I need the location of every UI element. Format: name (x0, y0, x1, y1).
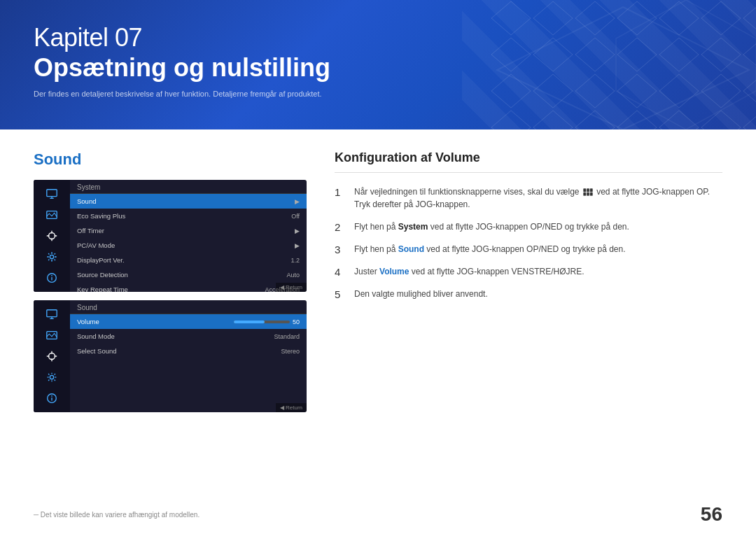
svg-point-21 (49, 353, 55, 360)
step-number-4: 4 (335, 265, 346, 278)
screen-content-1: System Sound ▶ Eco Saving Plus Off Off T… (70, 180, 307, 292)
footer-note: ─ Det viste billede kan variere afhængig… (34, 511, 200, 519)
screen-mockup-1: System Sound ▶ Eco Saving Plus Off Off T… (34, 180, 307, 292)
volume-value: 50 (293, 318, 300, 325)
svg-point-26 (50, 375, 53, 379)
step-number-5: 5 (335, 288, 346, 300)
steps-list: 1 Når vejledningen til funktionsknappern… (335, 185, 722, 300)
step-number-2: 2 (335, 220, 346, 233)
section-title-left: Sound (34, 150, 307, 169)
sidebar-gear-icon-2 (42, 369, 62, 386)
sidebar-info-icon (42, 269, 62, 286)
left-panel: Sound (34, 150, 307, 421)
volume-slider (234, 321, 290, 323)
sidebar-info-icon-2 (42, 390, 62, 407)
svg-rect-33 (583, 192, 586, 196)
step-text-1: Når vejledningen til funktionsknapperne … (354, 185, 722, 211)
diamond-pattern (490, 0, 756, 129)
menu-item-selectsound: Select Sound Stereo (70, 344, 307, 358)
svg-rect-4 (47, 190, 57, 197)
step-item-3: 3 Flyt hen på Sound ved at flytte JOG-kn… (335, 243, 722, 255)
volume-fill (234, 321, 265, 323)
right-panel: Konfiguration af Volume 1 Når vejledning… (335, 150, 722, 421)
screen-content-2: Sound Volume 50 Sound Mode Standard (70, 300, 307, 412)
step-item-5: 5 Den valgte mulighed bliver anvendt. (335, 288, 722, 300)
menu-item-displayport: DisplayPort Ver. 1.2 (70, 253, 307, 267)
page-title: Opsætning og nulstilling (34, 52, 330, 83)
sidebar-monitor-icon-2 (42, 306, 62, 323)
main-content: Sound (0, 129, 756, 435)
sidebar-image-icon (42, 206, 62, 223)
header-text: Kapitel 07 Opsætning og nulstilling Der … (34, 22, 330, 98)
menu-item-keyrepeat: Key Repeat Time Acceleration (70, 282, 307, 292)
sidebar-crosshair-icon-2 (42, 348, 62, 365)
footer: ─ Det viste billede kan variere afhængig… (0, 498, 756, 534)
step-item-4: 4 Juster Volume ved at flytte JOG-knappe… (335, 265, 722, 278)
step-3-blue-bold: Sound (398, 244, 424, 254)
return-bar-1: ◀ Return (276, 283, 307, 292)
step-text-5: Den valgte mulighed bliver anvendt. (354, 288, 488, 300)
menu-item-sourcedetection: Source Detection Auto (70, 267, 307, 282)
svg-point-8 (49, 233, 55, 239)
svg-marker-3 (616, 0, 756, 129)
page-number: 56 (701, 503, 722, 526)
svg-rect-30 (583, 189, 586, 192)
screen-mockup-2: Sound Volume 50 Sound Mode Standard (34, 300, 307, 412)
sidebar-crosshair-icon (42, 227, 62, 244)
step-2-bold: System (398, 222, 428, 232)
svg-rect-34 (587, 192, 589, 196)
screen-sidebar-1 (34, 180, 70, 292)
screen-sidebar-2 (34, 300, 70, 412)
menu-item-soundmode: Sound Mode Standard (70, 329, 307, 344)
header-banner: Kapitel 07 Opsætning og nulstilling Der … (0, 0, 756, 129)
chapter-label: Kapitel 07 (34, 22, 330, 52)
volume-label: Volume (77, 318, 99, 325)
svg-marker-2 (497, 7, 749, 129)
step-item-1: 1 Når vejledningen til funktionsknappern… (335, 185, 722, 211)
step-4-blue-bold: Volume (379, 267, 409, 276)
menu-header-2: Sound (70, 300, 307, 314)
svg-point-13 (50, 255, 53, 258)
step-number-1: 1 (335, 185, 346, 198)
sidebar-image-icon-2 (42, 327, 62, 344)
svg-rect-31 (587, 189, 589, 192)
svg-point-29 (51, 395, 52, 397)
step-text-4: Juster Volume ved at flytte JOG-knappen … (354, 265, 584, 278)
section-title-right: Konfiguration af Volume (335, 150, 722, 173)
svg-rect-1 (490, 0, 756, 129)
svg-rect-32 (590, 189, 593, 192)
sidebar-monitor-icon (42, 185, 62, 202)
svg-point-16 (51, 275, 52, 276)
sidebar-gear-icon (42, 248, 62, 265)
volume-slider-container: 50 (234, 318, 300, 325)
menu-item-pcav: PC/AV Mode ▶ (70, 238, 307, 253)
menu-item-offtimer: Off Timer ▶ (70, 223, 307, 238)
svg-rect-17 (47, 310, 57, 317)
header-subtitle: Der findes en detaljeret beskrivelse af … (34, 90, 330, 98)
menu-item-ecosaving: Eco Saving Plus Off (70, 209, 307, 223)
return-bar-2: ◀ Return (276, 403, 307, 412)
step-text-2: Flyt hen på System ved at flytte JOG-kna… (354, 220, 629, 233)
grid-icon-inline (583, 188, 593, 196)
svg-rect-35 (590, 192, 593, 196)
step-item-2: 2 Flyt hen på System ved at flytte JOG-k… (335, 220, 722, 233)
step-text-3: Flyt hen på Sound ved at flytte JOG-knap… (354, 243, 626, 255)
step-number-3: 3 (335, 243, 346, 255)
menu-item-sound: Sound ▶ (70, 194, 307, 209)
menu-header-1: System (70, 180, 307, 194)
volume-row: Volume 50 (70, 314, 307, 329)
